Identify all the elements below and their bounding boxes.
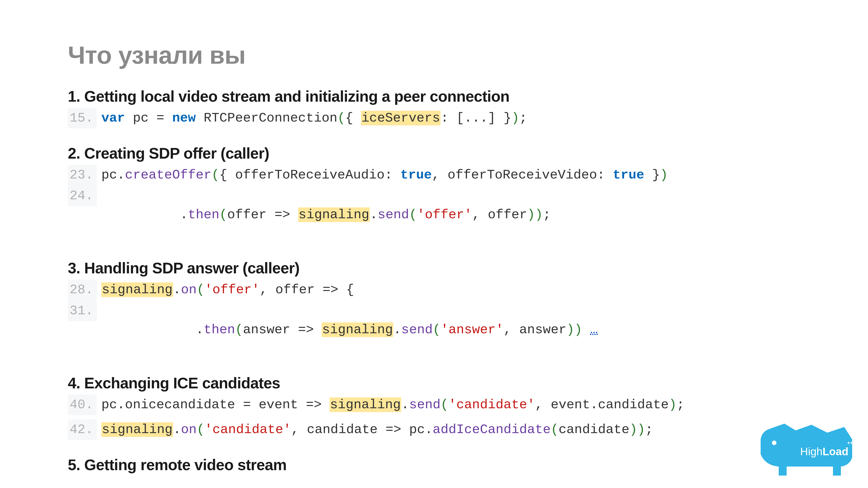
logo-text-light: High [800,446,823,457]
section-2-heading: 2. Creating SDP offer (caller) [68,144,800,162]
code: pc.createOffer({ offerToReceiveAudio: tr… [101,166,668,185]
line-number: 24. [68,186,97,206]
line-number: 23. [68,165,97,186]
section-4-heading: 4. Exchanging ICE candidates [68,374,800,392]
section-3-heading: 3. Handling SDP answer (calleer) [68,259,800,277]
code-line-42: 42. signaling.on('candidate', candidate … [68,419,800,440]
code: signaling.on('offer', offer => { [101,281,354,299]
line-number: 42. [68,419,97,440]
line-number: 15. [68,108,97,129]
line-number: 40. [68,394,97,415]
code: var pc = new RTCPeerConnection({ iceServ… [101,109,527,128]
code: pc.onicecandidate = event => signaling.s… [101,395,684,414]
section-5-heading: 5. Getting remote video stream [68,456,800,474]
line-number: 31. [68,300,97,321]
logo-text-bold: Load [823,446,848,457]
code-line-40: 40. pc.onicecandidate = event => signali… [68,394,800,415]
slide: Что узнали вы 1. Getting local video str… [0,0,868,488]
code-line-31: 31. .then(answer => signaling.send('answ… [68,300,800,358]
section-4: 4. Exchanging ICE candidates 40. pc.onic… [68,374,800,440]
section-2: 2. Creating SDP offer (caller) 23. pc.cr… [68,144,800,243]
svg-text:HighLoad: HighLoad [800,446,848,457]
code: .then(answer => signaling.send('answer',… [101,301,598,358]
code: .then(offer => signaling.send('offer', o… [101,186,551,243]
code-line-24: 24. .then(offer => signaling.send('offer… [68,186,800,243]
code-line-15: 15. var pc = new RTCPeerConnection({ ice… [68,108,800,129]
section-1-heading: 1. Getting local video stream and initia… [68,88,800,105]
logo-plus: ++ [847,440,853,446]
section-1: 1. Getting local video stream and initia… [68,88,800,129]
svg-point-0 [772,441,776,445]
code-line-28: 28. signaling.on('offer', offer => { [68,280,800,300]
code: signaling.on('candidate', candidate => p… [101,420,653,439]
code-line-23: 23. pc.createOffer({ offerToReceiveAudio… [68,165,800,186]
highload-logo: HighLoad ++ [755,418,855,477]
line-number: 28. [68,280,97,300]
section-3: 3. Handling SDP answer (calleer) 28. sig… [68,259,800,358]
slide-title: Что узнали вы [68,41,800,69]
section-5: 5. Getting remote video stream [68,456,800,474]
